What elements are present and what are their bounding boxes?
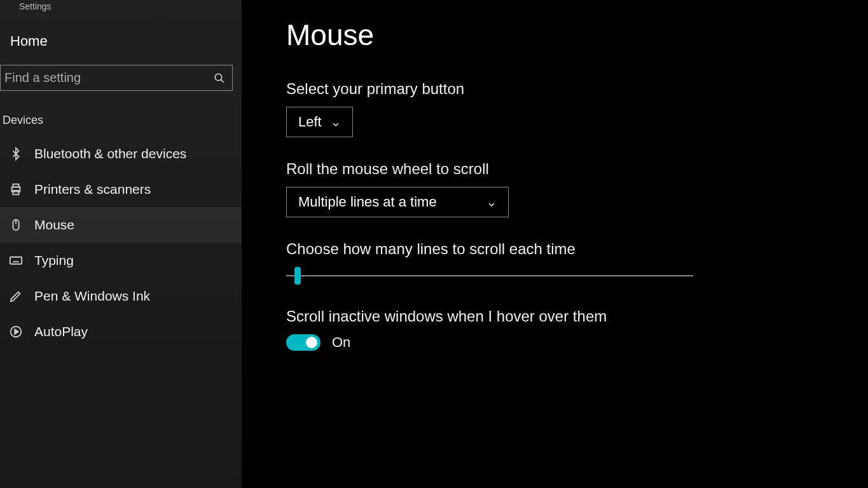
sidebar-item-label: Pen & Windows Ink — [34, 288, 150, 304]
sidebar-item-mouse[interactable]: Mouse — [0, 207, 242, 243]
chevron-down-icon — [486, 197, 497, 207]
sidebar-item-label: Typing — [34, 253, 74, 268]
search-wrap — [0, 65, 233, 91]
autoplay-icon — [9, 325, 23, 339]
search-input[interactable] — [0, 65, 233, 91]
sidebar-nav: Bluetooth & other devices Printers & sca… — [0, 136, 242, 349]
main-pane: Mouse Select your primary button Left Ro… — [242, 0, 868, 488]
setting-inactive-scroll: Scroll inactive windows when I hover ove… — [286, 308, 843, 351]
setting-label: Scroll inactive windows when I hover ove… — [286, 308, 843, 325]
setting-wheel-scroll: Roll the mouse wheel to scroll Multiple … — [286, 160, 843, 217]
toggle-knob — [306, 337, 317, 348]
sidebar-item-typing[interactable]: Typing — [0, 243, 242, 278]
dropdown-value: Multiple lines at a time — [298, 194, 437, 210]
setting-lines-slider: Choose how many lines to scroll each tim… — [286, 240, 843, 285]
svg-rect-7 — [10, 257, 22, 264]
sidebar: Settings Home Devices Bluetooth & other … — [0, 0, 242, 488]
printer-icon — [9, 182, 23, 196]
setting-primary-button: Select your primary button Left — [286, 80, 843, 137]
home-link[interactable]: Home — [0, 11, 242, 65]
app-title: Settings — [0, 0, 242, 11]
toggle-row: On — [286, 334, 843, 351]
sidebar-item-label: AutoPlay — [34, 324, 88, 339]
sidebar-item-bluetooth[interactable]: Bluetooth & other devices — [0, 136, 242, 172]
wheel-scroll-dropdown[interactable]: Multiple lines at a time — [286, 187, 509, 217]
sidebar-item-printers[interactable]: Printers & scanners — [0, 172, 242, 207]
mouse-icon — [9, 218, 23, 232]
search-icon — [214, 72, 225, 84]
svg-point-0 — [215, 74, 222, 81]
settings-app: Settings Home Devices Bluetooth & other … — [0, 0, 868, 488]
sidebar-item-label: Mouse — [34, 217, 74, 233]
bluetooth-icon — [9, 147, 23, 161]
lines-slider[interactable] — [286, 267, 693, 285]
svg-line-1 — [221, 79, 224, 83]
dropdown-value: Left — [298, 114, 322, 130]
sidebar-item-label: Bluetooth & other devices — [34, 146, 186, 161]
toggle-state-label: On — [332, 334, 350, 351]
setting-label: Select your primary button — [286, 80, 843, 98]
slider-thumb[interactable] — [294, 267, 301, 285]
pen-icon — [9, 289, 23, 303]
chevron-down-icon — [331, 117, 341, 127]
sidebar-section-header: Devices — [0, 110, 242, 136]
svg-marker-14 — [15, 329, 18, 334]
setting-label: Choose how many lines to scroll each tim… — [286, 240, 843, 258]
setting-label: Roll the mouse wheel to scroll — [286, 160, 843, 178]
slider-track — [286, 275, 693, 276]
keyboard-icon — [9, 254, 23, 268]
inactive-scroll-toggle[interactable] — [286, 334, 320, 351]
sidebar-item-pen[interactable]: Pen & Windows Ink — [0, 278, 242, 314]
sidebar-item-autoplay[interactable]: AutoPlay — [0, 314, 242, 349]
page-title: Mouse — [286, 18, 843, 52]
svg-rect-3 — [13, 184, 18, 187]
sidebar-item-label: Printers & scanners — [34, 182, 151, 197]
primary-button-dropdown[interactable]: Left — [286, 107, 353, 137]
